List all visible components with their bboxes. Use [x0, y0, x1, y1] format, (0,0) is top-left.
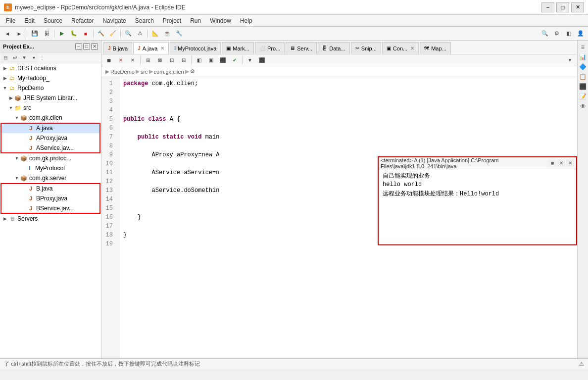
toolbar-back[interactable]: ◄: [2, 28, 13, 39]
tree-item-bproxy-java[interactable]: J BProxy.java: [1, 193, 100, 203]
console-close-btn[interactable]: ✕: [557, 159, 565, 167]
menu-project[interactable]: Project: [159, 16, 185, 25]
tab-snip[interactable]: ✂ Snip...: [351, 42, 381, 54]
breadcrumb-sep2: ▶: [149, 68, 153, 75]
sidebar-close-btn[interactable]: ✕: [91, 43, 98, 50]
editor-toolbar-btn11[interactable]: ✔: [229, 55, 240, 66]
breadcrumb-src[interactable]: src: [141, 69, 148, 75]
toolbar-debug2[interactable]: 🔧: [174, 28, 185, 39]
menu-run[interactable]: Run: [186, 16, 205, 25]
menu-source[interactable]: Source: [40, 16, 66, 25]
toolbar-run[interactable]: ▶: [56, 28, 67, 39]
toolbar-search2[interactable]: 🔍: [539, 28, 550, 39]
toolbar-stop[interactable]: ■: [80, 28, 91, 39]
breadcrumb-rpcdemo[interactable]: RpcDemo: [110, 69, 135, 75]
right-btn-2[interactable]: 📊: [579, 52, 588, 61]
menu-search[interactable]: Search: [131, 16, 158, 25]
tree-item-dfs[interactable]: ▶ 🗂 DFS Locations: [0, 63, 101, 73]
right-btn-6[interactable]: 📝: [579, 92, 588, 101]
sidebar-collapse-all[interactable]: ⊟: [1, 53, 10, 62]
editor-toolbar-btn8[interactable]: ◧: [194, 55, 204, 66]
tree-item-com-gk-clien[interactable]: ▼ 📦 com.gk.clien: [0, 113, 101, 123]
close-button[interactable]: ✕: [571, 2, 584, 12]
editor-toolbar-btn2[interactable]: ✕: [115, 55, 126, 66]
menu-help[interactable]: Help: [236, 16, 256, 25]
sidebar-maximize-btn[interactable]: □: [83, 43, 90, 50]
toolbar-clean[interactable]: 🧹: [107, 28, 118, 39]
editor-toolbar-btn6[interactable]: ⊡: [166, 55, 177, 66]
menu-edit[interactable]: Edit: [20, 16, 39, 25]
tab-mark[interactable]: ▣ Mark...: [222, 42, 254, 54]
menu-navigate[interactable]: Navigate: [98, 16, 130, 25]
sidebar-filter[interactable]: ▼: [20, 53, 29, 62]
toolbar-open-perspective[interactable]: ◧: [563, 28, 574, 39]
tree-item-b-java[interactable]: J B.java: [1, 184, 100, 193]
breadcrumb-pkg[interactable]: com.gk.clien: [154, 69, 184, 75]
tab-serv[interactable]: 🖥 Serv...: [286, 42, 317, 54]
toolbar-java[interactable]: ☕: [162, 28, 173, 39]
maximize-button[interactable]: □: [556, 2, 569, 12]
sidebar-view-menu[interactable]: ▾: [29, 53, 38, 62]
toolbar-problems[interactable]: ⚠: [135, 28, 146, 39]
tree-item-com-gk-protoc[interactable]: ▼ 📦 com.gk.protoc...: [0, 153, 101, 163]
tab-map[interactable]: 🗺 Map...: [420, 42, 451, 54]
tab-pro[interactable]: ⬜ Pro...: [255, 42, 285, 54]
right-btn-1[interactable]: ≡: [579, 43, 588, 51]
menu-window[interactable]: Window: [206, 16, 235, 25]
right-btn-7[interactable]: 👁: [579, 102, 588, 111]
line-num-19: 19: [101, 239, 116, 248]
tree-item-com-gk-server[interactable]: ▼ 📦 com.gk.server: [0, 173, 101, 183]
tab-close-con[interactable]: ✕: [410, 46, 414, 51]
breadcrumb-class[interactable]: ⚙: [190, 68, 195, 75]
right-btn-4[interactable]: 📋: [579, 72, 588, 81]
editor-toolbar-btn1[interactable]: ◼: [103, 55, 114, 66]
console-clear-btn[interactable]: ✕: [566, 159, 574, 167]
right-btn-5[interactable]: ⬛: [579, 82, 588, 91]
editor-toolbar-btn13[interactable]: ⬛: [256, 55, 267, 66]
menu-refactor[interactable]: Refactor: [67, 16, 98, 25]
toolbar-debug[interactable]: 🐛: [68, 28, 79, 39]
editor-toolbar-btn7[interactable]: ⊟: [178, 55, 189, 66]
toolbar-search[interactable]: 🔍: [123, 28, 134, 39]
tab-b-java[interactable]: J B.java: [103, 42, 132, 54]
minimize-button[interactable]: −: [541, 2, 554, 12]
editor-toolbar-btn5[interactable]: ⊠: [154, 55, 165, 66]
editor-toolbar-btn3[interactable]: ✕: [127, 55, 138, 66]
tree-item-aservice-java[interactable]: J AService.jav...: [1, 143, 100, 153]
toolbar-save-all[interactable]: 🗄: [41, 28, 52, 39]
editor-toolbar-btn9[interactable]: ▣: [205, 55, 216, 66]
editor-toolbar-btn4[interactable]: ⊞: [143, 55, 153, 66]
tree-item-myprotocol[interactable]: I MyProtocol: [0, 163, 101, 173]
tree-item-servers[interactable]: ▶ 🖥 Servers: [0, 214, 101, 224]
menu-file[interactable]: File: [2, 16, 19, 25]
tree-item-aproxy-java[interactable]: J AProxy.java: [1, 133, 100, 143]
tab-close-a-java[interactable]: ✕: [160, 46, 164, 51]
tree-item-src[interactable]: ▼ 📁 src: [0, 103, 101, 113]
code-editor[interactable]: 1 2 3 4 5 6 7 8 9 10 11 12 13 14 15 16 1: [101, 77, 577, 369]
line-num-17: 17: [101, 222, 116, 231]
window-title: myweb_eclipse - RpcDemo/src/com/gk/clien…: [15, 4, 186, 11]
toolbar-settings[interactable]: ⚙: [551, 28, 562, 39]
sidebar-link-editor[interactable]: ⇄: [10, 53, 19, 62]
editor-toolbar-btn12[interactable]: ▼: [245, 55, 255, 66]
console-stop-btn[interactable]: ■: [548, 159, 556, 167]
toolbar-forward[interactable]: ►: [14, 28, 25, 39]
sidebar-minimize-btn[interactable]: −: [75, 43, 82, 50]
tree-arrow-rpcdemo: ▼: [2, 86, 8, 91]
tree-item-rpcdemo[interactable]: ▼ 🗂 RpcDemo: [0, 83, 101, 93]
tab-data[interactable]: 🗄 Data...: [318, 42, 349, 54]
tab-con[interactable]: ▣ Con... ✕: [382, 42, 419, 54]
toolbar-build[interactable]: 🔨: [96, 28, 106, 39]
editor-toolbar-view[interactable]: ▾: [564, 55, 575, 66]
toolbar-perspective[interactable]: 📐: [150, 28, 161, 39]
toolbar-person[interactable]: 👤: [575, 28, 586, 39]
tree-item-myhadoop[interactable]: ▶ 🗂 MyHadoop_: [0, 73, 101, 83]
tree-item-jre[interactable]: ▶ 📦 JRE System Librar...: [0, 93, 101, 103]
tab-myprotocol[interactable]: I MyProtocol.java: [170, 42, 221, 54]
toolbar-save[interactable]: 💾: [29, 28, 40, 39]
tree-item-bservice-java[interactable]: J BService.jav...: [1, 203, 100, 213]
tab-a-java[interactable]: J A.java ✕: [133, 42, 169, 54]
editor-toolbar-btn10[interactable]: ⬛: [217, 55, 228, 66]
right-btn-3[interactable]: 🔷: [579, 62, 588, 71]
tree-item-a-java[interactable]: J A.java: [1, 123, 100, 133]
